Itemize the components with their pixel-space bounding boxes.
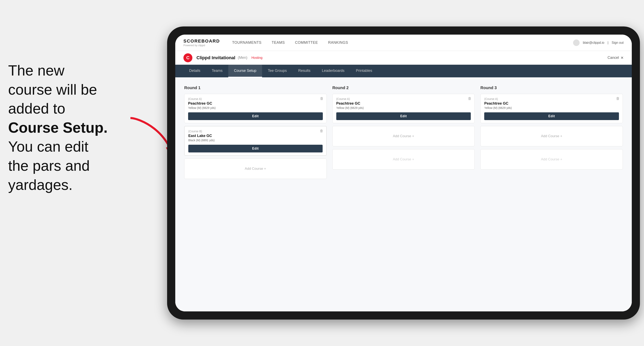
nav-rankings[interactable]: RANKINGS bbox=[328, 40, 348, 45]
add-course-r1-button[interactable]: Add Course + bbox=[184, 159, 327, 179]
edit-course-b-r1-button[interactable]: Edit bbox=[188, 145, 322, 153]
nav-user: blair@clippd.io | Sign out bbox=[573, 39, 624, 46]
add-course-r3-disabled-text: Add Course + bbox=[541, 157, 562, 162]
tablet-device: SCOREBOARD Powered by clippd TOURNAMENTS… bbox=[167, 26, 640, 320]
round-2-header: Round 2 bbox=[332, 85, 475, 90]
cancel-icon: ✕ bbox=[620, 56, 624, 60]
tab-printables[interactable]: Printables bbox=[350, 65, 378, 77]
course-a-r2-label: (Course A) bbox=[336, 97, 471, 101]
delete-icon-r2: 🗑 bbox=[468, 96, 472, 101]
round-3-column: Round 3 🗑 (Course A) Peachtree GC Yellow… bbox=[480, 85, 623, 182]
add-course-r2-disabled: Add Course + bbox=[332, 149, 475, 170]
round-3-header: Round 3 bbox=[480, 85, 623, 90]
course-a-r2-tee: Yellow (M) (6629 yds) bbox=[336, 106, 471, 110]
course-b-round-1-card: 🗑 (Course B) East Lake GC Black (M) (689… bbox=[184, 126, 327, 156]
tab-results[interactable]: Results bbox=[292, 65, 316, 77]
cancel-button[interactable]: Cancel ✕ bbox=[608, 56, 624, 60]
main-content: Round 1 🗑 (Course A) Peachtree GC Yellow… bbox=[175, 77, 632, 311]
add-course-r3-button[interactable]: Add Course + bbox=[480, 126, 623, 146]
add-course-r3-text: Add Course + bbox=[541, 134, 562, 138]
round-2-column: Round 2 🗑 (Course A) Peachtree GC Yellow… bbox=[332, 85, 475, 182]
delete-icon-r3: 🗑 bbox=[616, 96, 620, 101]
edit-course-a-r3-button[interactable]: Edit bbox=[484, 112, 619, 120]
delete-course-a-r3-button[interactable]: 🗑 bbox=[616, 96, 620, 101]
nav-tournaments[interactable]: TOURNAMENTS bbox=[232, 40, 262, 45]
logo-sub: Powered by clippd bbox=[184, 44, 220, 47]
course-a-round-1-card: 🗑 (Course A) Peachtree GC Yellow (M) (66… bbox=[184, 94, 327, 123]
user-email: blair@clippd.io bbox=[583, 41, 604, 45]
course-a-r1-name: Peachtree GC bbox=[188, 101, 323, 106]
add-course-r2-button[interactable]: Add Course + bbox=[332, 126, 475, 146]
course-a-r2-name: Peachtree GC bbox=[336, 101, 471, 106]
add-course-r3-disabled: Add Course + bbox=[480, 149, 623, 170]
delete-icon: 🗑 bbox=[320, 96, 324, 101]
tournament-logo: C bbox=[184, 53, 192, 62]
sign-out-link[interactable]: Sign out bbox=[612, 41, 624, 45]
nav-committee[interactable]: COMMITTEE bbox=[295, 40, 318, 45]
tab-teams[interactable]: Teams bbox=[206, 65, 228, 77]
tab-leaderboards[interactable]: Leaderboards bbox=[316, 65, 350, 77]
add-course-r1-text: Add Course + bbox=[245, 167, 266, 171]
delete-icon-b: 🗑 bbox=[320, 129, 324, 133]
rounds-container: Round 1 🗑 (Course A) Peachtree GC Yellow… bbox=[184, 85, 623, 182]
edit-course-a-r1-button[interactable]: Edit bbox=[188, 112, 323, 120]
nav-teams[interactable]: TEAMS bbox=[272, 40, 285, 45]
course-a-r3-tee: Yellow (M) (6629 yds) bbox=[484, 106, 619, 110]
tab-details[interactable]: Details bbox=[184, 65, 206, 77]
tournament-gender: (Men) bbox=[238, 56, 248, 60]
user-avatar bbox=[573, 39, 580, 46]
course-a-r3-label: (Course A) bbox=[484, 97, 619, 101]
tab-bar: Details Teams Course Setup Tee Groups Re… bbox=[175, 65, 632, 77]
delete-course-a-r1-button[interactable]: 🗑 bbox=[320, 96, 324, 101]
course-a-r1-label: (Course A) bbox=[188, 97, 323, 101]
nav-separator: | bbox=[608, 41, 608, 45]
course-b-r1-name: East Lake GC bbox=[188, 134, 322, 138]
delete-course-a-r2-button[interactable]: 🗑 bbox=[468, 96, 472, 101]
annotation-left: The new course will be added to Course S… bbox=[8, 61, 147, 194]
tournament-bar: C Clippd Invitational (Men) Hosting Canc… bbox=[175, 51, 632, 65]
nav-links: TOURNAMENTS TEAMS COMMITTEE RANKINGS bbox=[232, 40, 573, 45]
delete-course-b-r1-button[interactable]: 🗑 bbox=[320, 129, 324, 133]
round-1-header: Round 1 bbox=[184, 85, 327, 90]
course-a-r3-name: Peachtree GC bbox=[484, 101, 619, 106]
tournament-name: Clippd Invitational bbox=[196, 55, 236, 60]
tournament-status: Hosting bbox=[252, 56, 262, 60]
round-1-column: Round 1 🗑 (Course A) Peachtree GC Yellow… bbox=[184, 85, 327, 182]
scoreboard-logo: SCOREBOARD Powered by clippd bbox=[184, 38, 220, 47]
course-b-r1-tee: Black (M) (6891 yds) bbox=[188, 139, 322, 142]
add-course-r2-disabled-text: Add Course + bbox=[393, 157, 414, 162]
edit-course-a-r2-button[interactable]: Edit bbox=[336, 112, 471, 120]
add-course-r2-text: Add Course + bbox=[393, 134, 414, 138]
course-a-r1-tee: Yellow (M) (6629 yds) bbox=[188, 106, 323, 110]
course-b-r1-label: (Course B) bbox=[188, 130, 322, 133]
course-a-round-2-card: 🗑 (Course A) Peachtree GC Yellow (M) (66… bbox=[332, 94, 475, 123]
tab-tee-groups[interactable]: Tee Groups bbox=[262, 65, 292, 77]
tablet-screen: SCOREBOARD Powered by clippd TOURNAMENTS… bbox=[175, 35, 632, 311]
tab-course-setup[interactable]: Course Setup bbox=[228, 65, 262, 77]
course-a-round-3-card: 🗑 (Course A) Peachtree GC Yellow (M) (66… bbox=[480, 94, 623, 123]
top-nav: SCOREBOARD Powered by clippd TOURNAMENTS… bbox=[175, 35, 632, 51]
logo-title: SCOREBOARD bbox=[184, 38, 220, 44]
